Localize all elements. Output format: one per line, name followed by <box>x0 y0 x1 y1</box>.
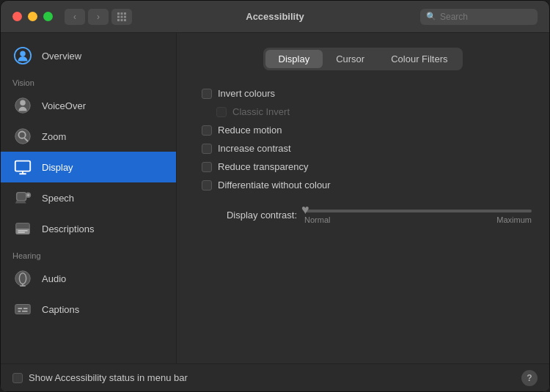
sidebar-item-captions[interactable]: Captions <box>1 294 176 325</box>
invert-colours-label: Invert colours <box>218 88 275 99</box>
slider-maximum-label: Maximum <box>496 215 532 224</box>
sidebar-item-speech[interactable]: Speech <box>1 182 176 213</box>
help-button[interactable]: ? <box>521 370 538 386</box>
increase-contrast-label: Increase contrast <box>218 143 291 154</box>
main-content: Overview Vision VoiceOver <box>1 33 549 363</box>
speech-label: Speech <box>42 193 74 204</box>
sidebar-item-overview[interactable]: Overview <box>1 40 176 71</box>
reduce-transparency-checkbox[interactable] <box>202 162 212 172</box>
svg-rect-3 <box>117 15 120 18</box>
slider-labels: Normal Maximum <box>304 215 532 224</box>
descriptions-label: Descriptions <box>42 223 95 234</box>
back-button[interactable]: ‹ <box>65 9 85 25</box>
tab-cursor[interactable]: Cursor <box>323 50 378 68</box>
svg-rect-16 <box>15 161 30 171</box>
slider-label: Display contrast: <box>202 210 297 221</box>
maximize-button[interactable] <box>43 12 53 21</box>
increase-contrast-row: Increase contrast <box>202 140 532 157</box>
nav-buttons: ‹ › <box>65 9 109 25</box>
sidebar-item-audio[interactable]: Audio <box>1 263 176 294</box>
zoom-icon <box>12 126 33 147</box>
invert-colours-checkbox[interactable] <box>202 89 212 99</box>
svg-rect-5 <box>124 15 126 18</box>
tab-colour-filters[interactable]: Colour Filters <box>378 50 461 68</box>
sidebar-item-display[interactable]: Display <box>1 152 176 182</box>
svg-rect-7 <box>121 19 123 21</box>
voiceover-icon <box>12 95 33 116</box>
svg-rect-6 <box>117 19 120 21</box>
grid-button[interactable] <box>111 9 132 25</box>
title-bar: ‹ › Accessibility 🔍 <box>1 1 549 33</box>
slider-container: ♥ Normal Maximum <box>304 205 532 224</box>
forward-icon: › <box>97 12 100 22</box>
back-icon: ‹ <box>73 12 76 22</box>
bottom-bar: Show Accessibility status in menu bar ? <box>1 363 549 391</box>
display-icon <box>12 157 33 177</box>
svg-rect-1 <box>121 12 123 15</box>
svg-rect-4 <box>121 15 123 18</box>
increase-contrast-checkbox[interactable] <box>202 144 212 154</box>
forward-button[interactable]: › <box>88 9 109 25</box>
classic-invert-label: Classic Invert <box>232 106 290 117</box>
window: ‹ › Accessibility 🔍 <box>0 0 550 392</box>
reduce-motion-checkbox[interactable] <box>202 125 212 136</box>
content-area: Display Cursor Colour Filters Invert col… <box>177 33 549 363</box>
differentiate-without-colour-checkbox[interactable] <box>202 180 212 191</box>
options-list: Invert colours Classic Invert Reduce mot… <box>194 85 532 193</box>
svg-point-10 <box>20 51 25 56</box>
reduce-motion-label: Reduce motion <box>218 125 282 136</box>
search-icon: 🔍 <box>426 12 436 21</box>
captions-icon <box>12 299 33 319</box>
classic-invert-row: Classic Invert <box>202 103 532 120</box>
differentiate-without-colour-label: Differentiate without colour <box>218 180 331 191</box>
sidebar: Overview Vision VoiceOver <box>1 33 177 363</box>
descriptions-icon <box>12 218 33 239</box>
minimize-button[interactable] <box>28 12 37 21</box>
hearing-section-label: Hearing <box>1 244 176 263</box>
reduce-motion-row: Reduce motion <box>202 122 532 138</box>
reduce-transparency-label: Reduce transparency <box>218 161 309 172</box>
status-menu-bar-label: Show Accessibility status in menu bar <box>29 372 188 383</box>
display-label: Display <box>42 162 73 173</box>
traffic-lights <box>12 12 53 21</box>
sidebar-item-descriptions[interactable]: Descriptions <box>1 213 176 244</box>
voiceover-label: VoiceOver <box>42 100 86 111</box>
close-button[interactable] <box>12 12 22 21</box>
svg-rect-8 <box>124 19 126 21</box>
audio-icon <box>12 268 33 289</box>
svg-point-12 <box>20 100 25 106</box>
svg-rect-29 <box>15 305 30 314</box>
vision-section-label: Vision <box>1 71 176 90</box>
sidebar-item-zoom[interactable]: Zoom <box>1 121 176 152</box>
svg-rect-22 <box>16 229 30 234</box>
differentiate-without-colour-row: Differentiate without colour <box>202 177 532 193</box>
reduce-transparency-row: Reduce transparency <box>202 158 532 175</box>
overview-label: Overview <box>42 51 81 62</box>
status-menu-bar-checkbox[interactable] <box>12 373 23 383</box>
classic-invert-checkbox[interactable] <box>216 107 227 117</box>
slider-track[interactable]: ♥ <box>304 210 532 212</box>
captions-label: Captions <box>42 304 79 315</box>
search-input[interactable] <box>440 12 532 22</box>
slider-row: Display contrast: ♥ Normal Maximum <box>202 205 532 224</box>
slider-thumb: ♥ <box>301 202 309 218</box>
display-contrast-section: Display contrast: ♥ Normal Maximum <box>194 205 532 224</box>
zoom-label: Zoom <box>42 131 66 142</box>
status-menu-bar-row: Show Accessibility status in menu bar <box>12 372 188 383</box>
overview-icon <box>12 45 33 66</box>
speech-icon <box>12 188 33 208</box>
grid-icon <box>117 12 127 22</box>
help-icon: ? <box>527 373 532 383</box>
audio-label: Audio <box>42 273 66 284</box>
window-title: Accessibility <box>246 11 304 22</box>
invert-colours-row: Invert colours <box>202 85 532 102</box>
svg-rect-19 <box>17 193 26 201</box>
sidebar-item-voiceover[interactable]: VoiceOver <box>1 90 176 121</box>
svg-rect-2 <box>124 12 126 15</box>
search-bar[interactable]: 🔍 <box>420 9 538 25</box>
svg-rect-0 <box>117 12 120 15</box>
tab-display[interactable]: Display <box>265 50 323 68</box>
tab-bar: Display Cursor Colour Filters <box>263 48 463 70</box>
